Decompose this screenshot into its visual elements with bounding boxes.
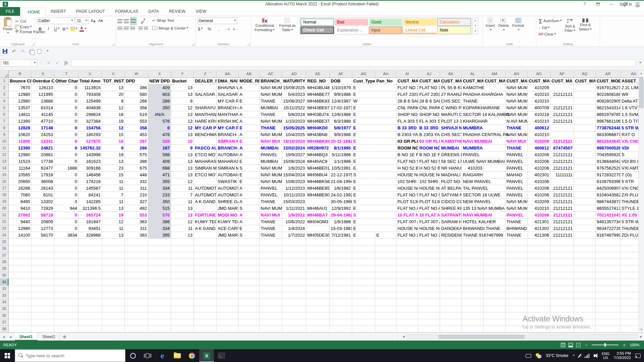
cell-AK28[interactable] bbox=[440, 259, 462, 265]
cell-Z1[interactable]: DEALER_N bbox=[194, 78, 217, 84]
cell-AC33[interactable] bbox=[260, 292, 282, 299]
cell-AD12[interactable]: 10/9/2027 bbox=[282, 152, 306, 158]
cell-AL3[interactable]: PAADHA KHARGHA bbox=[462, 91, 484, 98]
cell-V35[interactable] bbox=[102, 306, 125, 312]
insert-function-icon[interactable]: fx bbox=[62, 60, 70, 66]
cell-AI18[interactable]: FLAT NO 5 bbox=[396, 192, 418, 198]
cell-AJ37[interactable] bbox=[418, 319, 440, 326]
cell-AC2[interactable]: NAVI MUM bbox=[260, 84, 282, 91]
cell-S33[interactable] bbox=[32, 292, 54, 299]
cell-Z13[interactable]: MAHARAS bbox=[194, 158, 217, 165]
cell-U17[interactable]: 145567 bbox=[78, 185, 102, 192]
cell-AF5[interactable]: 17-02-1977 bbox=[330, 105, 352, 111]
cell-AA25[interactable] bbox=[217, 239, 238, 245]
cell-AK27[interactable] bbox=[440, 252, 462, 259]
cell-AM38[interactable] bbox=[484, 326, 505, 333]
cell-AR16[interactable]: 8108793396 bbox=[596, 178, 621, 185]
cell-AC3[interactable]: NAVI MUM bbox=[260, 91, 282, 98]
style-tile-linkedcell[interactable]: Linked Cell bbox=[403, 26, 437, 34]
cell-AI20[interactable]: FLAT NO A bbox=[396, 205, 418, 212]
cell-S20[interactable]: 72829 bbox=[32, 205, 54, 212]
cell-AE2[interactable]: MH43BU48 bbox=[306, 84, 330, 91]
cell-AK26[interactable] bbox=[440, 245, 462, 252]
cell-AF7[interactable]: 6/3/1988 bbox=[330, 118, 352, 125]
cell-AQ24[interactable] bbox=[574, 232, 596, 239]
cell-AK31[interactable] bbox=[440, 279, 462, 286]
cell-X25[interactable] bbox=[148, 239, 171, 245]
row-header-38[interactable]: 38 bbox=[0, 326, 9, 333]
cell-AG21[interactable]: S bbox=[352, 212, 375, 219]
cell-AB38[interactable] bbox=[238, 326, 260, 333]
cell-U8[interactable]: 154756 bbox=[78, 125, 102, 131]
cell-U25[interactable] bbox=[78, 239, 102, 245]
cell-AE23[interactable] bbox=[306, 225, 330, 232]
cell-AP26[interactable] bbox=[550, 245, 574, 252]
cell-AG13[interactable]: E bbox=[352, 158, 375, 165]
cell-AR11[interactable]: 9987000526 bbox=[596, 145, 621, 152]
touch-keyboard-icon[interactable] bbox=[526, 354, 531, 358]
cell-AO17[interactable]: 410206 bbox=[528, 185, 550, 192]
sort-filter-button[interactable]: AZ Sort &Filter bbox=[563, 18, 577, 33]
scroll-up-icon[interactable]: ▲ bbox=[639, 70, 644, 76]
cell-AJ30[interactable] bbox=[418, 272, 440, 279]
cell-AL23[interactable]: BHIWANDI THANE bbox=[462, 225, 484, 232]
cell-AK4[interactable]: CHS SEC 1 bbox=[440, 98, 462, 105]
cell-V21[interactable]: 19 bbox=[102, 212, 125, 219]
cell-AE25[interactable] bbox=[306, 239, 330, 245]
cell-AM26[interactable] bbox=[484, 245, 505, 252]
font-color-button[interactable]: A bbox=[79, 26, 87, 32]
cell-AF4[interactable]: 12/4/1987 bbox=[330, 98, 352, 105]
cell-W10[interactable]: 297 bbox=[125, 138, 148, 145]
cell-U12[interactable]: 143998 bbox=[78, 152, 102, 158]
row-header-8[interactable]: 8 bbox=[0, 125, 9, 131]
cell-AF1[interactable]: DOB bbox=[330, 78, 352, 84]
cell-AK3[interactable]: 27 RAANJA bbox=[440, 91, 462, 98]
cell-AJ3[interactable]: FLAT 2303 bbox=[418, 91, 440, 98]
font-size-select[interactable]: 11 bbox=[75, 17, 89, 24]
cell-AD4[interactable]: 15/06/2027 bbox=[282, 98, 306, 105]
cell-AH16[interactable] bbox=[375, 178, 396, 185]
cell-AG6[interactable]: E bbox=[352, 111, 375, 118]
cell-AM37[interactable] bbox=[484, 319, 505, 326]
cell-X12[interactable]: 598 bbox=[148, 152, 171, 158]
cell-AR23[interactable]: 9834722726 bbox=[596, 225, 621, 232]
cell-AD21[interactable]: 1/9/2022 bbox=[282, 212, 306, 219]
cell-Y5[interactable]: 12 bbox=[171, 105, 194, 111]
cell-Z17[interactable]: AUTOMOT bbox=[194, 185, 217, 192]
cell-AK21[interactable]: SATPANTH bbox=[440, 212, 462, 219]
cell-AM33[interactable] bbox=[484, 292, 505, 299]
zoom-slider-thumb[interactable] bbox=[604, 343, 606, 347]
cell-AO5[interactable]: 400709 bbox=[528, 105, 550, 111]
font-dialog-launcher-icon[interactable] bbox=[112, 43, 115, 46]
cell-AQ4[interactable] bbox=[574, 98, 596, 105]
cell-AQ13[interactable] bbox=[574, 158, 596, 165]
cell-AP30[interactable] bbox=[550, 272, 574, 279]
cell-AH27[interactable] bbox=[375, 252, 396, 259]
cell-AM35[interactable] bbox=[484, 306, 505, 312]
cell-AC25[interactable] bbox=[260, 239, 282, 245]
cell-X19[interactable]: 350 bbox=[148, 198, 171, 205]
qat-clipboard-icon[interactable] bbox=[29, 49, 33, 53]
cell-AL35[interactable] bbox=[462, 306, 484, 312]
cell-AG15[interactable]: S bbox=[352, 172, 375, 178]
row-header-3[interactable]: 3 bbox=[0, 91, 9, 98]
cell-AH21[interactable] bbox=[375, 212, 396, 219]
cell-AO29[interactable] bbox=[528, 265, 550, 272]
cell-Y14[interactable]: 13 bbox=[171, 165, 194, 172]
cell-Z4[interactable] bbox=[194, 98, 217, 105]
hidden-icons-chevron[interactable]: ^ bbox=[573, 353, 575, 358]
cell-R14[interactable]: 11164 bbox=[9, 165, 32, 172]
file-explorer-button[interactable] bbox=[170, 349, 184, 362]
cell-AG23[interactable]: E bbox=[352, 225, 375, 232]
cell-AB18[interactable]: A bbox=[238, 192, 260, 198]
cell-S24[interactable]: 58170 bbox=[32, 232, 54, 239]
cell-AB37[interactable] bbox=[238, 319, 260, 326]
cell-T5[interactable]: 0 bbox=[54, 105, 78, 111]
cell-AN28[interactable] bbox=[505, 259, 528, 265]
cell-AD23[interactable]: 1/4/2024 bbox=[282, 225, 306, 232]
cell-AG10[interactable]: E bbox=[352, 138, 375, 145]
cell-AQ16[interactable] bbox=[574, 178, 596, 185]
cell-U4[interactable]: 125499 bbox=[78, 98, 102, 105]
cell-Y4[interactable]: 9 bbox=[171, 98, 194, 105]
cell-R19[interactable]: 6490 bbox=[9, 198, 32, 205]
